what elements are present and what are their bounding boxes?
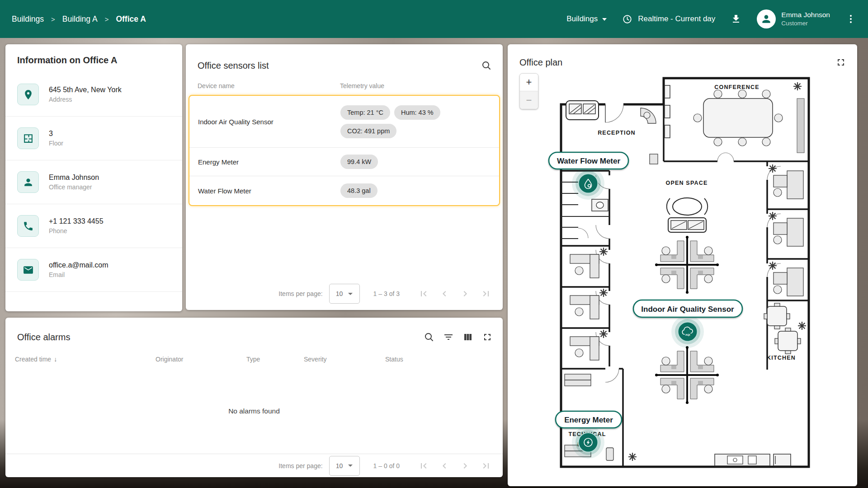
info-value-floor: 3: [49, 130, 63, 138]
info-value-phone: +1 121 333 4455: [49, 217, 104, 225]
previous-page-icon[interactable]: [434, 285, 455, 303]
breadcrumb-current-office-a: Office A: [116, 14, 146, 24]
zoom-in-button[interactable]: +: [520, 74, 538, 91]
column-device-name: Device name: [198, 82, 340, 89]
user-role: Customer: [781, 19, 830, 28]
breadcrumb-building-a[interactable]: Building A: [62, 14, 98, 24]
search-icon[interactable]: [481, 60, 492, 71]
device-name: Indoor Air Quality Sensor: [198, 118, 340, 126]
room-label-reception: RECEPTION: [598, 130, 636, 136]
room-label-open-space: OPEN SPACE: [665, 180, 708, 186]
timewindow-button[interactable]: Realtime - Current day: [622, 14, 715, 24]
fullscreen-icon[interactable]: [482, 332, 493, 343]
page-range-label: 1 – 3 of 3: [373, 290, 400, 297]
column-created-time[interactable]: Created time: [15, 356, 156, 363]
info-value-email: office.a@mail.com: [49, 261, 108, 269]
chevron-down-icon: [348, 293, 353, 295]
sensors-highlight-box: Indoor Air Quality Sensor Temp: 21 °C Hu…: [189, 95, 500, 206]
telemetry-chip: Temp: 21 °C: [340, 105, 390, 120]
phone-icon: [17, 215, 39, 237]
first-page-icon[interactable]: [413, 285, 434, 303]
marker-indoor-air-quality-sensor[interactable]: AQI Indoor Air Quality Sensor: [633, 300, 742, 348]
svg-text:AQI: AQI: [685, 333, 690, 336]
page-size-select[interactable]: 10: [329, 456, 360, 476]
first-page-icon[interactable]: [413, 457, 434, 475]
breadcrumb-buildings[interactable]: Buildings: [12, 14, 44, 24]
email-icon: [17, 259, 39, 281]
kebab-menu-icon[interactable]: [845, 14, 856, 24]
info-panel-title: Information on Office A: [5, 55, 182, 66]
page-size-select[interactable]: 10: [329, 284, 360, 304]
page-size-value: 10: [336, 462, 343, 469]
telemetry-chip: 99.4 kW: [340, 155, 378, 169]
floor-plan[interactable]: TECHNICAL ROOM: [508, 65, 857, 485]
info-item-floor: 3 Floor: [5, 117, 182, 160]
info-value-address: 645 5th Ave, New York: [49, 86, 122, 94]
sensor-row-energy-meter[interactable]: Energy Meter 99.4 kW: [189, 147, 499, 176]
info-item-address: 645 5th Ave, New York Address: [5, 73, 182, 117]
room-label-conference: CONFERENCE: [714, 84, 760, 90]
column-created-time-label: Created time: [15, 356, 51, 363]
marker-label-indoor-air-quality-sensor: Indoor Air Quality Sensor: [641, 305, 734, 314]
person-icon: [17, 171, 39, 193]
telemetry-chip: CO2: 491 ppm: [340, 124, 396, 138]
page-range-label: 1 – 0 of 0: [373, 462, 400, 469]
map-zoom-control: + −: [519, 73, 538, 109]
column-type[interactable]: Type: [246, 356, 304, 363]
last-page-icon[interactable]: [476, 285, 496, 303]
info-item-phone: +1 121 333 4455 Phone: [5, 204, 182, 248]
column-originator[interactable]: Originator: [156, 356, 246, 363]
zoom-out-button[interactable]: −: [520, 91, 538, 109]
clock-icon: [622, 14, 632, 24]
info-label-email: Email: [49, 271, 108, 278]
office-plan-panel: Office plan + −: [508, 44, 857, 486]
device-name: Energy Meter: [198, 158, 340, 166]
column-status[interactable]: Status: [385, 356, 503, 363]
sort-descending-icon: [54, 356, 57, 363]
download-icon[interactable]: [731, 14, 741, 24]
columns-icon[interactable]: [462, 332, 473, 343]
chevron-down-icon: [602, 18, 607, 21]
column-severity[interactable]: Severity: [304, 356, 385, 363]
filter-icon[interactable]: [443, 332, 454, 343]
sensor-row-water-flow-meter[interactable]: Water Flow Meter 48.3 gal: [189, 176, 499, 205]
alarms-paginator: Items per page: 10 1 – 0 of 0: [5, 454, 503, 477]
next-page-icon[interactable]: [455, 285, 476, 303]
last-page-icon[interactable]: [476, 457, 496, 475]
info-label-phone: Phone: [49, 227, 104, 235]
user-menu[interactable]: Emma Johnson Customer: [757, 9, 830, 28]
info-value-manager: Emma Johnson: [49, 174, 99, 182]
previous-page-icon[interactable]: [434, 457, 455, 475]
breadcrumb-separator: >: [51, 15, 55, 23]
marker-label-water-flow-meter: Water Flow Meter: [557, 157, 620, 165]
page-size-value: 10: [336, 290, 343, 297]
info-panel: Information on Office A 645 5th Ave, New…: [5, 44, 182, 311]
chevron-down-icon: [348, 465, 353, 467]
room-label-kitchen: KITCHEN: [767, 355, 796, 361]
avatar: [757, 9, 776, 28]
entity-select-label: Buildings: [566, 14, 598, 23]
items-per-page-label: Items per page:: [278, 462, 322, 469]
sensor-row-air-quality[interactable]: Indoor Air Quality Sensor Temp: 21 °C Hu…: [189, 96, 499, 147]
sensors-panel: Office sensors list Device name Telemetr…: [186, 44, 503, 310]
device-name: Water Flow Meter: [198, 187, 340, 195]
top-bar: Buildings > Building A > Office A Buildi…: [0, 0, 868, 38]
no-alarms-message: No alarms found: [5, 368, 503, 454]
info-label-address: Address: [49, 96, 122, 103]
floor-plan-icon: [17, 127, 39, 149]
info-item-email: office.a@mail.com Email: [5, 248, 182, 292]
buildings-entity-select[interactable]: Buildings: [566, 14, 607, 23]
location-pin-icon: [17, 84, 39, 105]
alarms-panel: Office alarms Created time Originator Ty…: [5, 318, 503, 477]
column-telemetry-value: Telemetry value: [340, 82, 384, 89]
alarms-panel-title: Office alarms: [17, 332, 70, 343]
search-icon[interactable]: [424, 332, 434, 343]
info-item-manager: Emma Johnson Office manager: [5, 160, 182, 204]
marker-label-energy-meter: Energy Meter: [564, 416, 613, 424]
next-page-icon[interactable]: [455, 457, 476, 475]
telemetry-chip: 48.3 gal: [340, 183, 377, 198]
items-per-page-label: Items per page:: [278, 290, 322, 297]
user-name: Emma Johnson: [781, 10, 830, 19]
telemetry-chip: Hum: 43 %: [394, 105, 440, 120]
info-label-manager: Office manager: [49, 183, 99, 191]
